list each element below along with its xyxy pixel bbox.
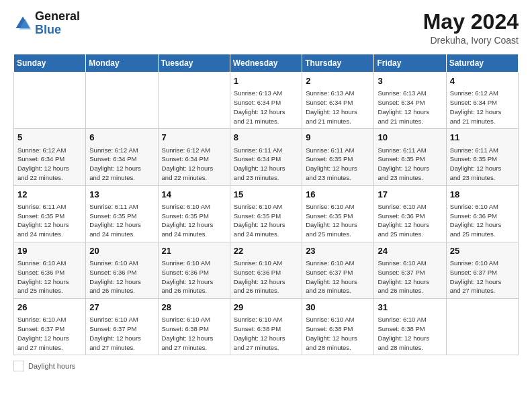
calendar-cell: 7Sunrise: 6:12 AMSunset: 6:34 PMDaylight… — [158, 129, 230, 185]
title-block: May 2024 Drekuha, Ivory Coast — [423, 10, 519, 46]
day-number: 2 — [306, 75, 370, 87]
day-info: Sunrise: 6:10 AMSunset: 6:38 PMDaylight:… — [378, 315, 442, 352]
day-number: 16 — [306, 189, 370, 201]
location-subtitle: Drekuha, Ivory Coast — [423, 35, 519, 46]
day-number: 13 — [89, 189, 154, 201]
day-header-monday: Monday — [86, 54, 158, 73]
day-number: 21 — [162, 245, 226, 257]
calendar-cell: 3Sunrise: 6:13 AMSunset: 6:34 PMDaylight… — [374, 73, 446, 129]
calendar-cell: 31Sunrise: 6:10 AMSunset: 6:38 PMDayligh… — [374, 299, 446, 355]
day-info: Sunrise: 6:10 AMSunset: 6:36 PMDaylight:… — [234, 259, 298, 295]
logo-text: General Blue — [35, 10, 80, 37]
day-number: 25 — [450, 245, 515, 257]
calendar-cell: 21Sunrise: 6:10 AMSunset: 6:36 PMDayligh… — [158, 242, 230, 298]
day-info: Sunrise: 6:11 AMSunset: 6:34 PMDaylight:… — [234, 146, 298, 183]
week-row-3: 12Sunrise: 6:11 AMSunset: 6:35 PMDayligh… — [14, 185, 519, 242]
calendar-cell: 1Sunrise: 6:13 AMSunset: 6:34 PMDaylight… — [230, 73, 302, 129]
day-info: Sunrise: 6:11 AMSunset: 6:35 PMDaylight:… — [450, 146, 515, 183]
day-number: 7 — [162, 132, 226, 144]
calendar-cell: 9Sunrise: 6:11 AMSunset: 6:35 PMDaylight… — [302, 129, 374, 185]
day-number: 10 — [378, 132, 442, 144]
day-info: Sunrise: 6:10 AMSunset: 6:35 PMDaylight:… — [234, 202, 298, 239]
day-number: 6 — [89, 132, 154, 144]
calendar-cell: 20Sunrise: 6:10 AMSunset: 6:36 PMDayligh… — [86, 242, 158, 298]
calendar-cell: 16Sunrise: 6:10 AMSunset: 6:35 PMDayligh… — [302, 185, 374, 242]
logo-icon — [13, 14, 32, 33]
day-info: Sunrise: 6:11 AMSunset: 6:35 PMDaylight:… — [89, 202, 154, 239]
calendar-cell — [446, 299, 518, 355]
calendar-cell: 27Sunrise: 6:10 AMSunset: 6:37 PMDayligh… — [86, 299, 158, 355]
day-info: Sunrise: 6:10 AMSunset: 6:37 PMDaylight:… — [17, 315, 82, 352]
calendar-cell: 2Sunrise: 6:13 AMSunset: 6:34 PMDaylight… — [302, 73, 374, 129]
calendar-cell: 15Sunrise: 6:10 AMSunset: 6:35 PMDayligh… — [230, 185, 302, 242]
calendar-cell — [14, 73, 86, 129]
calendar-cell: 29Sunrise: 6:10 AMSunset: 6:38 PMDayligh… — [230, 299, 302, 355]
calendar-cell — [86, 73, 158, 129]
day-info: Sunrise: 6:10 AMSunset: 6:37 PMDaylight:… — [450, 259, 515, 295]
day-number: 12 — [17, 189, 82, 201]
month-year-title: May 2024 — [423, 10, 519, 34]
calendar-cell: 23Sunrise: 6:10 AMSunset: 6:37 PMDayligh… — [302, 242, 374, 298]
calendar-cell — [158, 73, 230, 129]
day-number: 22 — [234, 245, 298, 257]
day-info: Sunrise: 6:11 AMSunset: 6:35 PMDaylight:… — [306, 146, 370, 183]
day-info: Sunrise: 6:13 AMSunset: 6:34 PMDaylight:… — [378, 89, 442, 126]
footer: Daylight hours — [13, 361, 519, 371]
day-info: Sunrise: 6:10 AMSunset: 6:37 PMDaylight:… — [378, 259, 442, 295]
day-number: 24 — [378, 245, 442, 257]
calendar-cell: 19Sunrise: 6:10 AMSunset: 6:36 PMDayligh… — [14, 242, 86, 298]
day-info: Sunrise: 6:10 AMSunset: 6:38 PMDaylight:… — [234, 315, 298, 352]
calendar-cell: 25Sunrise: 6:10 AMSunset: 6:37 PMDayligh… — [446, 242, 518, 298]
day-header-wednesday: Wednesday — [230, 54, 302, 73]
day-number: 5 — [17, 132, 82, 144]
week-row-1: 1Sunrise: 6:13 AMSunset: 6:34 PMDaylight… — [14, 73, 519, 129]
day-number: 29 — [234, 302, 298, 314]
calendar-cell: 6Sunrise: 6:12 AMSunset: 6:34 PMDaylight… — [86, 129, 158, 185]
day-info: Sunrise: 6:11 AMSunset: 6:35 PMDaylight:… — [378, 146, 442, 183]
calendar-cell: 12Sunrise: 6:11 AMSunset: 6:35 PMDayligh… — [14, 185, 86, 242]
day-number: 18 — [450, 189, 515, 201]
day-number: 23 — [306, 245, 370, 257]
day-info: Sunrise: 6:10 AMSunset: 6:36 PMDaylight:… — [89, 259, 154, 295]
day-header-saturday: Saturday — [446, 54, 518, 73]
calendar-cell: 5Sunrise: 6:12 AMSunset: 6:34 PMDaylight… — [14, 129, 86, 185]
day-number: 15 — [234, 189, 298, 201]
calendar-cell: 4Sunrise: 6:12 AMSunset: 6:34 PMDaylight… — [446, 73, 518, 129]
day-number: 17 — [378, 189, 442, 201]
day-info: Sunrise: 6:10 AMSunset: 6:36 PMDaylight:… — [378, 202, 442, 239]
day-headers-row: SundayMondayTuesdayWednesdayThursdayFrid… — [14, 54, 519, 73]
day-info: Sunrise: 6:10 AMSunset: 6:37 PMDaylight:… — [306, 259, 370, 295]
calendar-cell: 11Sunrise: 6:11 AMSunset: 6:35 PMDayligh… — [446, 129, 518, 185]
calendar-table: SundayMondayTuesdayWednesdayThursdayFrid… — [13, 54, 519, 355]
day-info: Sunrise: 6:10 AMSunset: 6:36 PMDaylight:… — [450, 202, 515, 239]
header: General Blue May 2024 Drekuha, Ivory Coa… — [13, 10, 519, 46]
day-number: 30 — [306, 302, 370, 314]
day-number: 27 — [89, 302, 154, 314]
day-info: Sunrise: 6:10 AMSunset: 6:38 PMDaylight:… — [306, 315, 370, 352]
footer-label: Daylight hours — [28, 362, 75, 370]
day-number: 8 — [234, 132, 298, 144]
calendar-cell: 24Sunrise: 6:10 AMSunset: 6:37 PMDayligh… — [374, 242, 446, 298]
calendar-cell: 14Sunrise: 6:10 AMSunset: 6:35 PMDayligh… — [158, 185, 230, 242]
day-info: Sunrise: 6:11 AMSunset: 6:35 PMDaylight:… — [17, 202, 82, 239]
day-number: 19 — [17, 245, 82, 257]
calendar-cell: 18Sunrise: 6:10 AMSunset: 6:36 PMDayligh… — [446, 185, 518, 242]
footer-legend-box — [13, 361, 24, 371]
calendar-cell: 8Sunrise: 6:11 AMSunset: 6:34 PMDaylight… — [230, 129, 302, 185]
day-header-tuesday: Tuesday — [158, 54, 230, 73]
calendar-cell: 13Sunrise: 6:11 AMSunset: 6:35 PMDayligh… — [86, 185, 158, 242]
day-info: Sunrise: 6:10 AMSunset: 6:38 PMDaylight:… — [162, 315, 226, 352]
day-info: Sunrise: 6:13 AMSunset: 6:34 PMDaylight:… — [306, 89, 370, 126]
day-info: Sunrise: 6:12 AMSunset: 6:34 PMDaylight:… — [89, 146, 154, 183]
calendar-cell: 26Sunrise: 6:10 AMSunset: 6:37 PMDayligh… — [14, 299, 86, 355]
calendar-cell: 22Sunrise: 6:10 AMSunset: 6:36 PMDayligh… — [230, 242, 302, 298]
week-row-2: 5Sunrise: 6:12 AMSunset: 6:34 PMDaylight… — [14, 129, 519, 185]
day-number: 20 — [89, 245, 154, 257]
day-info: Sunrise: 6:10 AMSunset: 6:35 PMDaylight:… — [162, 202, 226, 239]
day-number: 14 — [162, 189, 226, 201]
calendar-cell: 10Sunrise: 6:11 AMSunset: 6:35 PMDayligh… — [374, 129, 446, 185]
day-info: Sunrise: 6:10 AMSunset: 6:36 PMDaylight:… — [17, 259, 82, 295]
day-number: 31 — [378, 302, 442, 314]
week-row-4: 19Sunrise: 6:10 AMSunset: 6:36 PMDayligh… — [14, 242, 519, 298]
day-info: Sunrise: 6:10 AMSunset: 6:36 PMDaylight:… — [162, 259, 226, 295]
